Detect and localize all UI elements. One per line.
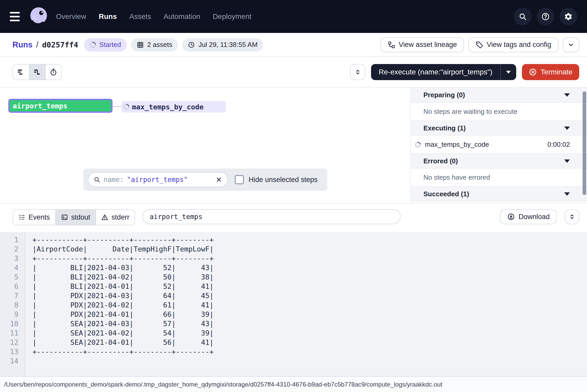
line-number: 8 xyxy=(0,300,25,310)
nav-item[interactable]: Assets xyxy=(129,12,151,21)
gantt-step-max-temps-by-code[interactable]: max_temps_by_code xyxy=(122,101,226,113)
line-text: | PDX|2021-04-02| 61| 41| xyxy=(25,300,214,310)
hamburger-menu-icon[interactable] xyxy=(10,10,23,23)
nav-item[interactable]: Overview xyxy=(56,12,86,21)
status-badge[interactable]: Started xyxy=(84,38,127,52)
log-line: 12 | SEA|2021-04-01| 56| 41| xyxy=(0,338,587,347)
main-nav: OverviewRunsAssetsAutomationDeployment xyxy=(56,12,251,21)
warning-triangle-icon xyxy=(101,214,108,221)
expand-log-icon[interactable] xyxy=(565,209,579,224)
line-text: | SEA|2021-04-03| 57| 43| xyxy=(25,319,214,328)
section-header-executing[interactable]: Executing (1) xyxy=(411,121,587,136)
run-id: d0257ff4 xyxy=(42,40,78,49)
hide-unselected-row: Hide unselected steps xyxy=(235,175,318,184)
collapse-triangle-icon xyxy=(564,93,570,97)
log-toolbar-right: Download xyxy=(500,209,579,224)
gantt-chart: airport_temps max_temps_by_code name:"ai… xyxy=(0,88,410,203)
line-number: 9 xyxy=(0,310,25,319)
line-text xyxy=(25,356,32,366)
top-nav: OverviewRunsAssetsAutomationDeployment xyxy=(0,0,587,33)
search-icon xyxy=(94,176,100,183)
run-actions: Re-execute (name:"airport_temps") Termin… xyxy=(350,64,579,80)
gantt-step-airport-temps[interactable]: airport_temps xyxy=(8,99,113,113)
search-icon[interactable] xyxy=(514,8,532,25)
hide-unselected-checkbox[interactable] xyxy=(235,175,244,184)
grid-icon xyxy=(137,41,144,48)
run-header-actions: View asset lineage View tags and config xyxy=(380,37,579,52)
line-text: | BLI|2021-04-03| 52| 43| xyxy=(25,263,214,272)
line-number: 14 xyxy=(0,356,25,366)
download-button[interactable]: Download xyxy=(500,209,557,224)
line-text: | SEA|2021-04-02| 54| 39| xyxy=(25,328,214,338)
line-number: 11 xyxy=(0,328,25,338)
collapse-triangle-icon xyxy=(564,192,570,196)
dagster-logo-icon[interactable] xyxy=(28,6,49,27)
line-number: 12 xyxy=(0,338,25,347)
panel-scrollbar[interactable] xyxy=(583,91,586,195)
section-header-preparing[interactable]: Preparing (0) xyxy=(411,88,587,103)
line-number: 4 xyxy=(0,263,25,272)
log-line: 14 xyxy=(0,356,587,366)
executing-step-row[interactable]: max_temps_by_code 0:00:02 xyxy=(411,136,587,153)
gantt-toolbar: Re-execute (name:"airport_temps") Termin… xyxy=(0,57,587,87)
nav-item[interactable]: Deployment xyxy=(213,12,251,21)
line-text: +-----------+----------+---------+------… xyxy=(25,235,214,244)
help-icon[interactable] xyxy=(537,8,554,25)
assets-badge[interactable]: 2 assets xyxy=(131,38,178,52)
view-tags-config-button[interactable]: View tags and config xyxy=(468,37,558,52)
reexecute-button[interactable]: Re-execute (name:"airport_temps") xyxy=(371,64,516,80)
download-icon xyxy=(507,213,515,221)
tag-icon xyxy=(476,41,483,49)
section-header-succeeded[interactable]: Succeeded (1) xyxy=(411,186,587,201)
log-step-filter-input[interactable] xyxy=(142,209,401,224)
collapse-triangle-icon xyxy=(564,127,570,130)
step-search-input[interactable]: name:"airport_temps" xyxy=(88,172,228,187)
line-text: +-----------+----------+---------+------… xyxy=(25,254,214,263)
timestamp-badge: Jul 29, 11:38:55 AM xyxy=(182,38,263,52)
tab-events[interactable]: Events xyxy=(13,210,55,225)
run-actions-dropdown-button[interactable] xyxy=(563,37,579,52)
section-body-preparing: No steps are waiting to execute xyxy=(411,103,587,121)
terminate-button[interactable]: Terminate xyxy=(522,64,579,80)
line-text: | PDX|2021-04-03| 64| 45| xyxy=(25,291,214,300)
timer-icon[interactable] xyxy=(45,65,61,80)
nav-right-icons xyxy=(514,8,577,25)
log-tabs: Events stdout stderr xyxy=(12,209,135,225)
line-text: | SEA|2021-04-01| 56| 41| xyxy=(25,338,214,347)
step-connector xyxy=(112,106,122,107)
cancel-circle-icon xyxy=(529,68,537,76)
log-line: 9 | PDX|2021-04-01| 66| 39| xyxy=(0,310,587,319)
executing-spinner-icon xyxy=(123,103,131,111)
nav-item[interactable]: Automation xyxy=(164,12,200,21)
elapsed-time: 0:00:02 xyxy=(547,141,570,149)
line-text: | PDX|2021-04-01| 66| 39| xyxy=(25,310,214,319)
section-body-errored: No steps have errored xyxy=(411,169,587,186)
line-number: 1 xyxy=(0,235,25,244)
log-line: 6 | BLI|2021-04-01| 52| 41| xyxy=(0,282,587,291)
executing-spinner-icon xyxy=(414,141,422,149)
line-number: 7 xyxy=(0,291,25,300)
log-path-statusbar: /Users/ben/repos/components_demo/spark-d… xyxy=(0,376,587,392)
log-output[interactable]: 1 +-----------+----------+---------+----… xyxy=(0,232,587,376)
clear-search-icon[interactable] xyxy=(215,176,222,183)
breadcrumb-runs-link[interactable]: Runs xyxy=(12,40,33,50)
gantt-waterfall-icon[interactable] xyxy=(29,65,45,80)
line-text: | BLI|2021-04-01| 52| 41| xyxy=(25,282,214,291)
log-line: 2 |AirportCode| Date|TempHighF|TempLowF| xyxy=(0,244,587,254)
gantt-flat-icon[interactable] xyxy=(13,65,29,80)
section-header-errored[interactable]: Errored (0) xyxy=(411,153,587,169)
reexecute-dropdown-icon[interactable] xyxy=(500,64,516,80)
hide-unselected-label: Hide unselected steps xyxy=(249,176,318,184)
run-main-area: airport_temps max_temps_by_code name:"ai… xyxy=(0,87,587,204)
view-asset-lineage-button[interactable]: View asset lineage xyxy=(380,37,464,52)
clock-icon xyxy=(188,41,195,48)
settings-icon[interactable] xyxy=(560,8,577,25)
run-header: Runs / d0257ff4 Started 2 assets Jul 29,… xyxy=(0,33,587,57)
tab-stdout[interactable]: stdout xyxy=(55,210,96,225)
zoom-control-icon[interactable] xyxy=(350,64,365,80)
line-text: +-----------+----------+---------+------… xyxy=(25,347,214,356)
line-number: 5 xyxy=(0,272,25,282)
nav-item[interactable]: Runs xyxy=(99,12,117,21)
tab-stderr[interactable]: stderr xyxy=(95,210,135,225)
breadcrumb-separator: / xyxy=(36,40,39,50)
